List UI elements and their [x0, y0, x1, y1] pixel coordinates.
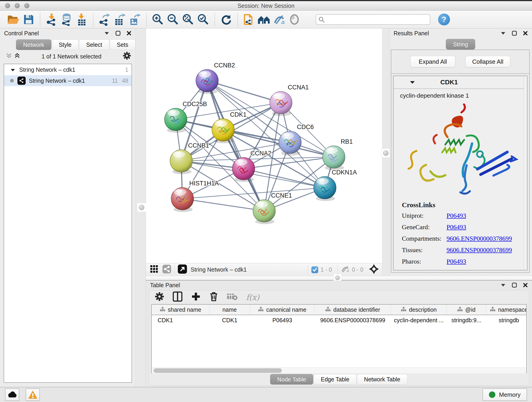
network-node-CDC25B[interactable]: CDC25B [165, 101, 207, 133]
help-button[interactable]: ? [438, 13, 450, 26]
network-node-CDK1[interactable]: CDK1 [212, 111, 247, 143]
table-header-cell[interactable]: namespace [486, 305, 527, 315]
network-edge[interactable] [182, 199, 264, 211]
birdseye-crosshair-icon[interactable] [369, 264, 379, 275]
table-header-cell[interactable]: database identifier [315, 305, 391, 315]
zoom-fit-button[interactable] [181, 12, 196, 27]
network-node-RB1[interactable]: RB1 [323, 138, 353, 170]
hidden-eye-icon[interactable] [341, 265, 350, 274]
control-panel-title: Control Panel [4, 30, 39, 37]
maximize-panel-icon[interactable] [512, 31, 517, 36]
shared-column-icon [160, 306, 165, 313]
tab-string[interactable]: String [446, 39, 475, 50]
table-cell[interactable]: CDK1 [209, 315, 250, 325]
network-node-CDKN1A[interactable]: CDKN1A [314, 169, 357, 201]
table-options-gear-icon[interactable] [155, 292, 164, 303]
import-network-database-button[interactable] [59, 12, 74, 27]
column-label: canonical name [266, 306, 306, 313]
export-network-button[interactable] [97, 12, 112, 27]
publish-share-button[interactable] [241, 12, 257, 27]
save-session-button[interactable] [21, 12, 36, 27]
results-scrollbar[interactable] [524, 76, 527, 270]
network-edge[interactable] [207, 81, 281, 103]
tab-edge-table[interactable]: Edge Table [314, 374, 356, 385]
table-cell[interactable]: stringdb:9... [447, 315, 486, 325]
collapse-all-button[interactable]: Collapse All [465, 56, 510, 67]
table-cell[interactable]: cyclin-dependent ... [391, 315, 447, 325]
splitter-handle[interactable] [381, 148, 390, 158]
search-input[interactable] [316, 14, 430, 25]
tab-style[interactable]: Style [52, 39, 79, 50]
close-panel-icon[interactable] [523, 31, 528, 36]
import-network-file-button[interactable] [44, 12, 59, 27]
export-image-button[interactable] [127, 12, 143, 27]
crosslink-tissues[interactable]: 9606.ENSP00000378699 [447, 246, 512, 254]
table-header-cell[interactable]: canonical name [250, 305, 315, 315]
warning-status-button[interactable] [26, 389, 40, 401]
tab-sets[interactable]: Sets [110, 39, 135, 50]
add-column-icon[interactable] [191, 292, 201, 303]
network-node-HIST1H1A[interactable]: HIST1H1A [171, 180, 219, 212]
table-panel-title: Table Panel [150, 282, 180, 288]
expand-tree-icon[interactable] [6, 53, 12, 60]
network-node-CCNE1[interactable]: CCNE1 [253, 192, 292, 224]
tab-network[interactable]: Network [16, 39, 51, 50]
crosslink-genecard[interactable]: P06493 [447, 223, 466, 231]
detach-view-icon[interactable] [178, 264, 187, 275]
table-cell[interactable]: P06493 [250, 315, 315, 325]
collection-collapse-icon[interactable] [11, 66, 15, 73]
table-cell[interactable]: 9606.ENSP00000378699 [315, 315, 391, 325]
table-cell[interactable]: stringdb [486, 315, 527, 325]
zoom-selected-button[interactable] [196, 12, 211, 27]
crosslink-compartments[interactable]: 9606.ENSP00000378699 [447, 235, 512, 242]
table-horizontal-scrollbar[interactable] [152, 367, 526, 373]
expand-all-button[interactable]: Expand All [410, 56, 455, 67]
show-eye-button[interactable] [287, 12, 302, 27]
network-options-gear-icon[interactable] [123, 51, 131, 61]
tab-network-table[interactable]: Network Table [357, 374, 407, 385]
table-header-cell[interactable]: @id [447, 305, 486, 315]
maximize-panel-icon[interactable] [512, 283, 517, 288]
tab-select[interactable]: Select [79, 39, 109, 50]
scrollbar-thumb[interactable] [153, 368, 282, 373]
delete-column-trash-icon[interactable] [209, 292, 218, 303]
table-header-cell[interactable]: name [209, 305, 250, 315]
export-table-button[interactable] [112, 12, 127, 27]
network-collection-row[interactable]: String Network – cdk1 1 [4, 64, 132, 75]
network-row[interactable]: String Network – cdk1 11 48 [4, 75, 132, 86]
function-builder-icon[interactable]: f(x) [246, 293, 259, 302]
selected-count-checkbox[interactable] [311, 266, 318, 273]
network-node-CCNB2[interactable]: CCNB2 [196, 62, 235, 94]
network-canvas[interactable]: CCNB2CCNA1CDC25BCDK1CDC6RB1CCNB1CCNA2CDK… [146, 28, 382, 263]
grid-thumbnails-icon[interactable] [150, 265, 158, 274]
table-header-cell[interactable]: description [391, 305, 447, 315]
splitter-handle[interactable] [137, 203, 146, 212]
tab-node-table[interactable]: Node Table [270, 374, 313, 385]
homes-button[interactable] [257, 12, 272, 27]
memory-button[interactable]: Memory [482, 389, 527, 401]
network-node-CCNB1[interactable]: CCNB1 [170, 142, 209, 174]
delete-table-icon[interactable] [227, 293, 237, 302]
float-panel-icon[interactable] [500, 32, 506, 35]
network-edge[interactable] [207, 81, 264, 211]
crosslink-pharos[interactable]: P06493 [447, 258, 466, 265]
crosslink-uniprot[interactable]: P06493 [447, 212, 466, 219]
show-columns-icon[interactable] [173, 292, 182, 303]
network-badge-icon[interactable] [162, 265, 171, 275]
close-panel-icon[interactable] [127, 31, 132, 36]
protein-collapse-icon[interactable] [410, 79, 415, 85]
float-panel-icon[interactable] [104, 32, 109, 35]
import-table-file-button[interactable] [74, 12, 89, 27]
zoom-out-button[interactable] [165, 12, 181, 27]
float-panel-icon[interactable] [500, 283, 506, 287]
cloud-status-button[interactable] [5, 389, 19, 401]
table-header-cell[interactable]: shared name [152, 305, 209, 315]
zoom-in-button[interactable] [150, 12, 165, 27]
hide-panel-eye-button[interactable] [272, 12, 287, 27]
maximize-panel-icon[interactable] [115, 31, 120, 36]
close-panel-icon[interactable] [523, 283, 528, 288]
open-session-button[interactable] [6, 12, 21, 27]
table-cell[interactable]: CDK1 [152, 315, 209, 325]
collapse-tree-icon[interactable] [14, 53, 20, 60]
refresh-button[interactable] [219, 12, 234, 27]
